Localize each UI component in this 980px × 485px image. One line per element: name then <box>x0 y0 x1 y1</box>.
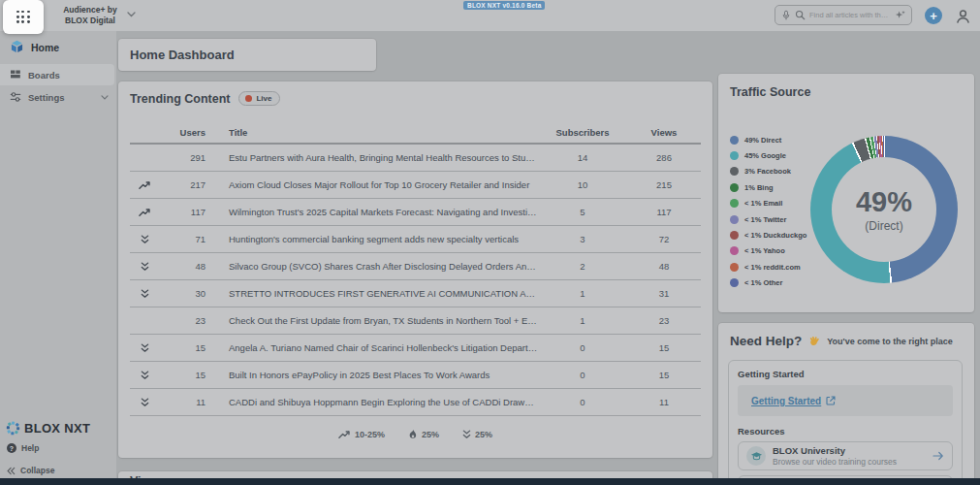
top-bar: Audience+ by BLOX Digital BLOX NXT v0.16… <box>0 0 980 31</box>
legend-dot-icon <box>730 199 739 208</box>
sidebar-item-boards[interactable]: Boards <box>0 64 114 85</box>
sidebar-collapse[interactable]: Collapse <box>7 466 54 475</box>
legend-dot-icon <box>730 167 739 176</box>
legend-trend-down: 25% <box>462 429 492 440</box>
legend-label: < 1% Twitter <box>744 215 786 224</box>
row-title[interactable]: Silvaco Group (SVCO) Shares Crash After … <box>205 261 538 272</box>
getting-started-link[interactable]: Getting Started <box>751 396 821 406</box>
table-row[interactable]: 30 STRETTO INTRODUCES FIRST GENERATIVE A… <box>130 280 701 307</box>
sidebar-item-home[interactable]: Home <box>10 40 59 54</box>
row-title[interactable]: Huntington's commercial banking segment … <box>205 234 538 244</box>
row-users: 291 <box>159 152 205 163</box>
home-logo-icon <box>10 40 24 54</box>
row-title[interactable]: Angela A. Turiano Named Chair of Scarinc… <box>205 342 538 353</box>
legend-item[interactable]: < 1% Duckduckgo <box>730 227 806 242</box>
getting-started-card[interactable]: Getting Started <box>738 385 953 416</box>
legend-label: < 1% Yahoo <box>744 246 785 255</box>
trend-icon <box>130 343 159 353</box>
trend-legend: 10-25% 25% 25% <box>118 429 712 440</box>
traffic-donut-chart[interactable]: 49% (Direct) <box>810 136 958 283</box>
legend-item[interactable]: < 1% Yahoo <box>730 243 806 259</box>
resources-heading: Resources <box>738 426 953 436</box>
graduation-cap-icon <box>746 446 766 466</box>
legend-label: < 1% Other <box>744 278 782 287</box>
user-avatar-icon[interactable] <box>954 7 971 24</box>
legend-item[interactable]: < 1% reddit.com <box>730 259 806 275</box>
arrow-right-icon[interactable] <box>933 451 944 461</box>
row-title[interactable]: Check Out the First Update from Bryan, T… <box>205 315 538 326</box>
apps-grid-icon[interactable] <box>16 11 30 24</box>
row-users: 30 <box>159 288 205 299</box>
trend-icon <box>130 371 159 380</box>
trending-content-panel: Trending Content Live Users Title Subscr… <box>118 81 712 458</box>
column-subscribers[interactable]: Subscribers <box>538 127 627 138</box>
table-row[interactable]: 217 Axiom Cloud Closes Major Rollout for… <box>130 172 701 199</box>
row-views: 48 <box>627 261 701 272</box>
sidebar-help[interactable]: ? Help <box>7 443 39 453</box>
trending-title: Trending Content <box>130 92 230 106</box>
ai-sparkle-icon[interactable] <box>895 10 905 20</box>
table-row[interactable]: 11 CADDi and Shibuya Hoppmann Begin Expl… <box>130 389 701 416</box>
legend-item[interactable]: < 1% Twitter <box>730 211 806 227</box>
row-subscribers: 2 <box>538 261 627 272</box>
help-subtitle: You've come to the right place <box>827 337 953 346</box>
boards-icon <box>10 69 21 81</box>
row-subscribers: 0 <box>538 397 627 407</box>
live-label: Live <box>256 94 271 103</box>
table-row[interactable]: 71 Huntington's commercial banking segme… <box>130 226 701 253</box>
bottom-bar <box>0 478 980 485</box>
chevrons-down-icon <box>462 430 471 439</box>
search-input[interactable]: Find all articles with the #free... <box>775 5 912 25</box>
table-row[interactable]: 15 Angela A. Turiano Named Chair of Scar… <box>130 335 701 362</box>
row-subscribers: 3 <box>538 234 627 244</box>
add-button[interactable]: + <box>925 7 942 24</box>
help-question-icon: ? <box>7 443 16 453</box>
row-title[interactable]: CADDi and Shibuya Hoppmann Begin Explori… <box>205 397 538 407</box>
table-row[interactable]: 48 Silvaco Group (SVCO) Shares Crash Aft… <box>130 253 701 280</box>
legend-dot-icon <box>730 215 739 224</box>
table-body: 291 Estu Partners with Aura Health, Brin… <box>130 145 701 416</box>
sidebar: Home Boards Settings BLOX NXT ? Help <box>0 31 116 485</box>
microphone-icon[interactable] <box>781 10 791 21</box>
row-users: 23 <box>159 315 205 326</box>
legend-dot-icon <box>730 246 739 255</box>
chevron-down-icon[interactable] <box>127 12 136 17</box>
search-icon <box>795 10 806 20</box>
legend-item[interactable]: 1% Bing <box>730 179 806 195</box>
legend-item[interactable]: < 1% Other <box>730 275 806 291</box>
row-views: 11 <box>627 397 701 407</box>
sidebar-item-label: Boards <box>28 70 60 81</box>
row-title[interactable]: Axiom Cloud Closes Major Rollout for Top… <box>205 179 538 190</box>
table-row[interactable]: 117 Wilmington Trust's 2025 Capital Mark… <box>130 199 701 226</box>
sidebar-item-settings[interactable]: Settings <box>10 87 109 107</box>
legend-dot-icon <box>730 263 739 272</box>
blox-logo-icon <box>6 421 20 436</box>
column-title[interactable]: Title <box>205 127 538 138</box>
traffic-source-panel: Traffic Source 49% Direct 45% Google 3% … <box>718 74 974 312</box>
help-card: Getting Started Getting Started Resource… <box>728 360 963 485</box>
row-title[interactable]: STRETTO INTRODUCES FIRST GENERATIVE AI C… <box>205 288 538 299</box>
legend-item[interactable]: < 1% Email <box>730 196 806 211</box>
row-views: 286 <box>627 152 701 163</box>
legend-item[interactable]: 45% Google <box>730 147 806 163</box>
app-root: Audience+ by BLOX Digital BLOX NXT v0.16… <box>0 0 980 485</box>
legend-item[interactable]: 3% Facebook <box>730 164 806 179</box>
table-row[interactable]: 23 Check Out the First Update from Bryan… <box>130 307 701 335</box>
row-title[interactable]: Estu Partners with Aura Health, Bringing… <box>205 152 538 163</box>
row-users: 11 <box>159 397 205 407</box>
row-title[interactable]: Wilmington Trust's 2025 Capital Markets … <box>205 207 538 217</box>
live-badge: Live <box>238 91 280 106</box>
legend-trend-up: 10-25% <box>338 429 385 440</box>
column-users[interactable]: Users <box>159 127 205 138</box>
legend-dot-icon <box>730 151 739 160</box>
row-users: 117 <box>159 207 205 217</box>
row-views: 15 <box>627 370 701 380</box>
traffic-title: Traffic Source <box>718 74 974 99</box>
row-users: 48 <box>159 261 205 272</box>
column-views[interactable]: Views <box>627 127 701 138</box>
table-row[interactable]: 291 Estu Partners with Aura Health, Brin… <box>130 145 701 172</box>
table-row[interactable]: 15 Built In Honors ePayPolicy in 2025 Be… <box>130 362 701 389</box>
row-title[interactable]: Built In Honors ePayPolicy in 2025 Best … <box>205 370 538 380</box>
resource-blox-university[interactable]: BLOX University Browse our video trainin… <box>738 441 953 470</box>
legend-item[interactable]: 49% Direct <box>730 132 806 147</box>
